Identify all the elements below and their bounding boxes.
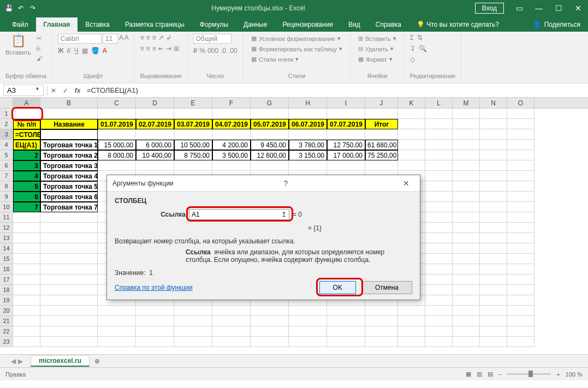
cell[interactable]: [425, 109, 453, 119]
cell[interactable]: [98, 109, 136, 119]
cell[interactable]: [40, 109, 98, 119]
row-header[interactable]: 23: [0, 337, 13, 347]
number-format[interactable]: Общий: [193, 34, 231, 44]
col-header[interactable]: F: [212, 98, 251, 108]
col-header[interactable]: J: [365, 98, 398, 108]
cell[interactable]: 10 400,00: [136, 150, 174, 160]
cell[interactable]: [251, 109, 289, 119]
row-header[interactable]: 18: [0, 285, 13, 295]
tab-formulas[interactable]: Формулы: [192, 17, 236, 32]
cell[interactable]: [507, 160, 534, 171]
font-name[interactable]: Calibri: [58, 34, 102, 44]
cell[interactable]: Название: [40, 119, 98, 129]
cell[interactable]: [365, 306, 398, 316]
cell[interactable]: [398, 337, 425, 347]
cell[interactable]: [327, 109, 365, 119]
font-size[interactable]: 11: [103, 34, 118, 44]
col-header[interactable]: A: [13, 98, 40, 108]
cell[interactable]: [174, 316, 212, 326]
cell[interactable]: [480, 129, 507, 140]
col-header[interactable]: C: [98, 98, 136, 108]
cell[interactable]: [453, 109, 480, 119]
cell[interactable]: [425, 129, 453, 140]
cell[interactable]: [212, 337, 251, 347]
tab-home[interactable]: Главная: [36, 17, 78, 32]
cell[interactable]: 3 780,00: [289, 140, 327, 150]
cell[interactable]: [398, 129, 425, 140]
cell[interactable]: [453, 202, 480, 212]
cell[interactable]: [13, 212, 40, 223]
dialog-help-icon[interactable]: ?: [277, 179, 294, 188]
row-header[interactable]: 12: [0, 223, 13, 233]
cell[interactable]: [327, 337, 365, 347]
cell[interactable]: [40, 223, 98, 233]
cell-styles-button[interactable]: ▦ Стили ячеек ▾: [249, 55, 345, 64]
add-sheet-icon[interactable]: ⊕: [92, 357, 103, 365]
align-top-icon[interactable]: ≡: [140, 34, 144, 41]
cell[interactable]: [251, 160, 289, 171]
cell[interactable]: [480, 171, 507, 181]
ribbon-opts-icon[interactable]: ▭: [509, 0, 529, 16]
cell[interactable]: [212, 326, 251, 337]
cell[interactable]: [507, 306, 534, 316]
cell[interactable]: [13, 264, 40, 274]
cell[interactable]: [212, 316, 251, 326]
cell[interactable]: Торговая точка 1: [40, 140, 98, 150]
cell[interactable]: [327, 160, 365, 171]
cell[interactable]: [136, 129, 174, 140]
cell[interactable]: [98, 129, 136, 140]
cell[interactable]: [425, 306, 453, 316]
row-header[interactable]: 8: [0, 181, 13, 192]
cell[interactable]: [507, 140, 534, 150]
cell[interactable]: 7: [13, 202, 40, 212]
cell[interactable]: [480, 254, 507, 264]
cell[interactable]: [365, 129, 398, 140]
cell[interactable]: 06.07.2019: [289, 119, 327, 129]
cell[interactable]: [425, 160, 453, 171]
cell[interactable]: [174, 337, 212, 347]
cell[interactable]: [13, 306, 40, 316]
cell[interactable]: [507, 223, 534, 233]
orientation-icon[interactable]: ↗: [158, 34, 164, 41]
row-header[interactable]: 6: [0, 160, 13, 171]
dialog-close-icon[interactable]: ✕: [398, 179, 414, 188]
row-header[interactable]: 4: [0, 140, 13, 150]
cell[interactable]: [251, 129, 289, 140]
cell[interactable]: [453, 295, 480, 306]
cell[interactable]: [453, 316, 480, 326]
formula-bar[interactable]: =СТОЛБЕЦ(A1): [84, 86, 141, 94]
tab-help[interactable]: Справка: [368, 17, 409, 32]
cell[interactable]: [136, 316, 174, 326]
arg-input[interactable]: [192, 211, 287, 218]
cell[interactable]: 05.07.2019: [251, 119, 289, 129]
cell[interactable]: 07.07.2019: [327, 119, 365, 129]
indent-inc-icon[interactable]: ⇥: [166, 45, 171, 52]
cell[interactable]: [40, 254, 98, 264]
col-header[interactable]: M: [453, 98, 480, 108]
dec-decimal-icon[interactable]: .00: [228, 47, 237, 55]
cell[interactable]: [480, 316, 507, 326]
wrap-icon[interactable]: ↲: [166, 34, 171, 41]
cell[interactable]: [425, 150, 453, 160]
cell[interactable]: [480, 160, 507, 171]
cell[interactable]: [174, 160, 212, 171]
cell[interactable]: Итог: [365, 119, 398, 129]
cell[interactable]: [398, 140, 425, 150]
cell[interactable]: [136, 326, 174, 337]
cell[interactable]: 2: [13, 150, 40, 160]
row-header[interactable]: 15: [0, 254, 13, 264]
cell[interactable]: [453, 337, 480, 347]
cell[interactable]: [480, 337, 507, 347]
fx-icon[interactable]: fx: [72, 87, 84, 94]
cell[interactable]: 12 600,00: [251, 150, 289, 160]
cell[interactable]: 04.07.2019: [212, 119, 251, 129]
col-header[interactable]: E: [174, 98, 212, 108]
cell[interactable]: 75 250,00: [365, 150, 398, 160]
row-header[interactable]: 11: [0, 212, 13, 223]
copy-icon[interactable]: ⎘: [34, 44, 45, 53]
cell[interactable]: [425, 119, 453, 129]
cell[interactable]: [327, 129, 365, 140]
share-button[interactable]: 👤 Поделиться: [525, 17, 588, 32]
cell[interactable]: 3 150,00: [289, 150, 327, 160]
row-header[interactable]: 3: [0, 129, 13, 140]
